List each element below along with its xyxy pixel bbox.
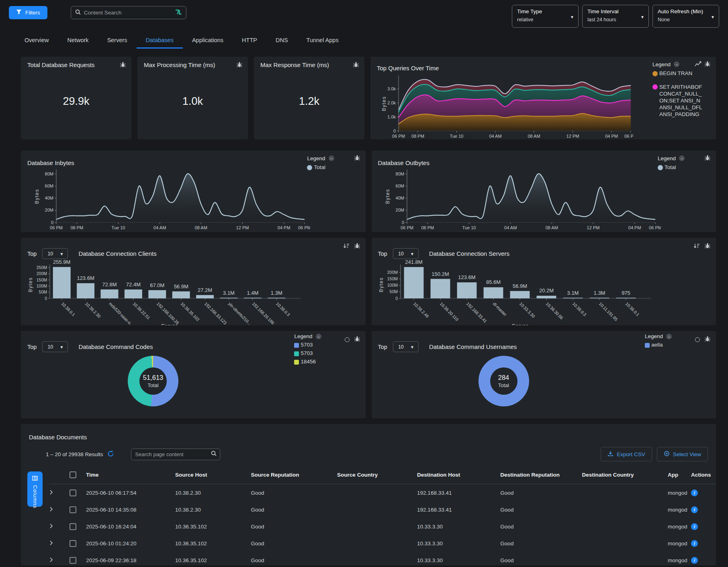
- svg-text:20M: 20M: [45, 208, 53, 212]
- svg-text:1.3M: 1.3M: [271, 290, 282, 296]
- time-interval-dropdown[interactable]: Time Interval last 24 hours ▼: [582, 5, 649, 28]
- svg-text:04 PM: 04 PM: [628, 225, 641, 230]
- legend-expand-icon[interactable]: →: [666, 334, 672, 339]
- bug-icon[interactable]: [354, 336, 360, 343]
- row-checkbox[interactable]: [70, 489, 76, 496]
- cell-source-reputation: Good: [251, 484, 337, 502]
- column-header[interactable]: App: [667, 465, 691, 484]
- cell-destination-host: 10.33.3.30: [417, 535, 500, 552]
- legend-item[interactable]: 5703: [294, 342, 321, 348]
- cell-app: mongod: [667, 552, 691, 565]
- info-icon[interactable]: i: [691, 489, 698, 496]
- bug-icon[interactable]: [705, 336, 710, 343]
- info-icon[interactable]: i: [691, 540, 698, 547]
- auto-refresh-dropdown[interactable]: Auto Refresh (Min) None ▼: [652, 5, 719, 28]
- column-header[interactable]: Source Country: [337, 465, 417, 484]
- info-icon[interactable]: i: [691, 557, 698, 564]
- lucene-toggle-icon[interactable]: [174, 9, 182, 17]
- radio-icon[interactable]: [345, 337, 350, 342]
- command-usernames-donut[interactable]: 284 Total: [479, 356, 529, 406]
- column-header[interactable]: Actions: [691, 465, 716, 484]
- tab-network[interactable]: Network: [58, 33, 98, 49]
- row-checkbox[interactable]: [70, 506, 76, 513]
- svg-text:123.6M: 123.6M: [77, 275, 94, 281]
- column-header[interactable]: Destination Host: [417, 465, 500, 484]
- top-label: Top: [27, 251, 37, 257]
- column-header[interactable]: Source Reputation: [251, 465, 337, 484]
- svg-text:Bytes: Bytes: [381, 96, 387, 111]
- legend-item[interactable]: 5703: [294, 350, 321, 356]
- filters-button[interactable]: Filters: [9, 6, 47, 19]
- column-header[interactable]: Source Host: [175, 465, 251, 484]
- legend-item[interactable]: Total: [658, 164, 710, 170]
- row-checkbox[interactable]: [70, 523, 76, 530]
- refresh-icon[interactable]: [107, 450, 114, 459]
- expand-row-chevron-icon[interactable]: [49, 558, 53, 564]
- legend-expand-icon[interactable]: →: [674, 61, 679, 67]
- slice-color-swatch: [645, 343, 650, 348]
- expand-row-chevron-icon[interactable]: [49, 524, 53, 530]
- cell-destination-reputation: Good: [500, 484, 581, 502]
- top-n-select[interactable]: 10▼: [393, 248, 419, 259]
- legend-expand-icon[interactable]: →: [679, 155, 685, 161]
- panel-title: Database Connection Servers: [429, 250, 509, 257]
- column-header[interactable]: Time: [86, 465, 175, 484]
- tab-http[interactable]: HTTP: [233, 33, 266, 49]
- info-icon[interactable]: i: [691, 523, 698, 530]
- export-csv-button[interactable]: Export CSV: [601, 447, 652, 461]
- select-all-checkbox[interactable]: [70, 471, 76, 478]
- tab-tunnel-apps[interactable]: Tunnel Apps: [297, 33, 348, 49]
- svg-text:1.3M: 1.3M: [593, 290, 605, 296]
- line-chart-icon[interactable]: [695, 61, 701, 68]
- expand-row-chevron-icon[interactable]: [49, 541, 53, 547]
- legend-item[interactable]: aella: [645, 342, 672, 348]
- legend-expand-icon[interactable]: →: [316, 334, 321, 339]
- command-usernames-panel: Top 10▼ Database Command Usernames Legen…: [372, 331, 716, 418]
- tab-databases[interactable]: Databases: [137, 33, 183, 49]
- cell-source-country: [337, 518, 417, 535]
- page-search-input[interactable]: [135, 451, 211, 458]
- sort-icon[interactable]: [343, 243, 350, 250]
- cell-destination-country: [581, 518, 667, 535]
- bug-icon[interactable]: [705, 61, 710, 68]
- bug-icon[interactable]: [354, 243, 360, 250]
- legend-expand-icon[interactable]: →: [329, 155, 334, 161]
- bug-icon[interactable]: [705, 155, 710, 162]
- tab-applications[interactable]: Applications: [183, 33, 233, 49]
- slice-color-swatch: [294, 360, 299, 365]
- column-header[interactable]: Destination Reputation: [500, 465, 581, 484]
- bug-icon[interactable]: [237, 61, 242, 69]
- tab-servers[interactable]: Servers: [98, 33, 137, 49]
- row-checkbox[interactable]: [70, 557, 76, 564]
- legend-item[interactable]: 18456: [294, 359, 321, 365]
- tab-overview[interactable]: Overview: [15, 33, 58, 49]
- legend-item[interactable]: Total: [307, 164, 360, 170]
- radio-icon[interactable]: [695, 337, 700, 342]
- select-view-button[interactable]: Select View: [657, 447, 708, 461]
- top-n-select[interactable]: 10▼: [42, 248, 68, 259]
- expand-row-chevron-icon[interactable]: [49, 490, 53, 496]
- top-n-select[interactable]: 10▼: [393, 341, 419, 352]
- content-search-input[interactable]: [83, 9, 174, 16]
- sort-icon[interactable]: [693, 243, 700, 250]
- top-n-select[interactable]: 10▼: [42, 341, 68, 352]
- bug-icon[interactable]: [354, 155, 360, 162]
- info-icon[interactable]: i: [691, 506, 698, 513]
- bug-icon[interactable]: [120, 61, 126, 69]
- time-type-dropdown[interactable]: Time Type relative ▼: [512, 5, 579, 28]
- column-header[interactable]: Destination Country: [581, 465, 667, 484]
- row-checkbox[interactable]: [70, 540, 76, 547]
- legend-item[interactable]: SET ARITHABOF CONCAT_NULL_ ON;SET ANSI_N…: [652, 84, 710, 118]
- svg-text:10.38.22.51: 10.38.22.51: [132, 301, 151, 320]
- bug-icon[interactable]: [705, 243, 710, 250]
- command-codes-donut[interactable]: 51,613 Total: [128, 356, 178, 406]
- content-search-box[interactable]: [71, 6, 186, 19]
- columns-button[interactable]: Columns: [27, 471, 43, 507]
- svg-text:Tue 10: Tue 10: [112, 225, 125, 230]
- legend-item[interactable]: BEGIN TRAN: [652, 70, 710, 76]
- bug-icon[interactable]: [353, 61, 359, 69]
- page-search-box[interactable]: [131, 449, 220, 460]
- tab-dns[interactable]: DNS: [266, 33, 297, 49]
- expand-row-chevron-icon[interactable]: [49, 507, 53, 513]
- svg-text:20.2M: 20.2M: [539, 288, 553, 294]
